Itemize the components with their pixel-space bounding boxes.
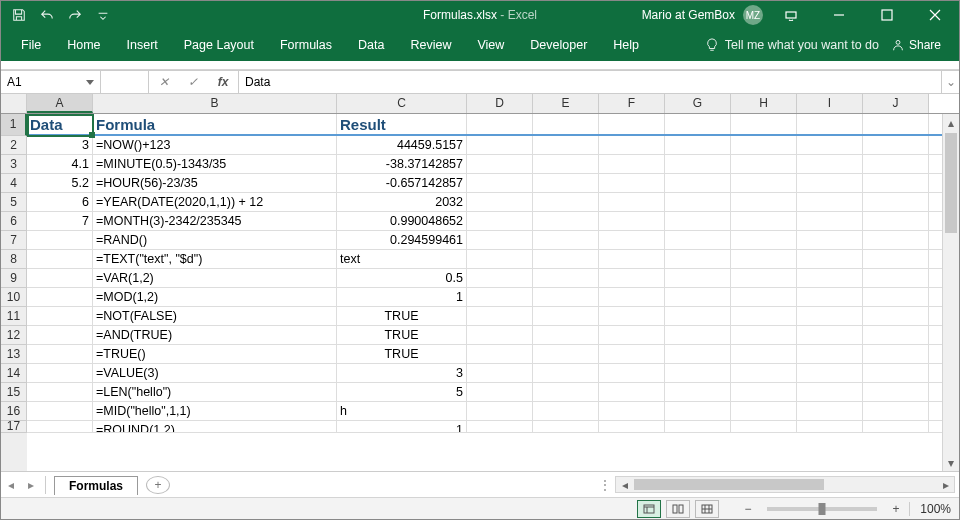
cell[interactable] [599, 136, 665, 154]
cell[interactable] [665, 250, 731, 268]
cell[interactable]: =ROUND(1,2) [93, 421, 337, 432]
cell[interactable] [599, 307, 665, 325]
cell[interactable]: -38.37142857 [337, 155, 467, 173]
cell[interactable] [599, 326, 665, 344]
row-header-3[interactable]: 3 [1, 155, 27, 174]
cell[interactable] [27, 383, 93, 401]
cell[interactable] [665, 421, 731, 432]
scroll-left-icon[interactable]: ◂ [616, 478, 633, 492]
cell[interactable]: =LEN("hello") [93, 383, 337, 401]
cell[interactable] [665, 307, 731, 325]
cancel-formula-icon[interactable]: ✕ [154, 75, 174, 89]
cell[interactable] [467, 269, 533, 287]
cell[interactable] [599, 288, 665, 306]
col-header-H[interactable]: H [731, 94, 797, 113]
cell[interactable] [665, 383, 731, 401]
cell[interactable] [797, 421, 863, 432]
cell[interactable]: =MID("hello",1,1) [93, 402, 337, 420]
cell[interactable]: Formula [93, 114, 337, 134]
cell[interactable] [863, 421, 929, 432]
select-all-corner[interactable] [1, 94, 27, 114]
cell[interactable] [27, 326, 93, 344]
tab-page-layout[interactable]: Page Layout [172, 32, 266, 58]
cell[interactable] [797, 174, 863, 192]
cell[interactable] [665, 212, 731, 230]
cell[interactable] [533, 114, 599, 134]
cell[interactable] [467, 402, 533, 420]
cell[interactable] [467, 114, 533, 134]
cell[interactable]: 44459.5157 [337, 136, 467, 154]
view-page-layout-icon[interactable] [666, 500, 690, 518]
cell[interactable]: 0.5 [337, 269, 467, 287]
cell[interactable]: 4.1 [27, 155, 93, 173]
cell[interactable] [731, 212, 797, 230]
tab-review[interactable]: Review [398, 32, 463, 58]
cell[interactable]: =MOD(1,2) [93, 288, 337, 306]
cell[interactable] [467, 212, 533, 230]
cell[interactable] [731, 421, 797, 432]
cell[interactable] [731, 402, 797, 420]
tab-developer[interactable]: Developer [518, 32, 599, 58]
cell[interactable] [665, 174, 731, 192]
col-header-A[interactable]: A [27, 94, 93, 113]
sheet-tab-formulas[interactable]: Formulas [54, 476, 138, 495]
sheet-nav-next-icon[interactable]: ▸ [21, 478, 41, 492]
cell[interactable] [467, 307, 533, 325]
cell[interactable] [665, 231, 731, 249]
cell[interactable] [27, 307, 93, 325]
cell[interactable] [533, 288, 599, 306]
cell[interactable] [731, 174, 797, 192]
row-header-10[interactable]: 10 [1, 288, 27, 307]
minimize-icon[interactable] [819, 1, 859, 29]
cell[interactable] [863, 383, 929, 401]
cell[interactable]: =MINUTE(0.5)-1343/35 [93, 155, 337, 173]
cell[interactable] [797, 193, 863, 211]
cell[interactable] [665, 193, 731, 211]
cell[interactable] [665, 326, 731, 344]
cell[interactable] [863, 402, 929, 420]
cell[interactable] [467, 174, 533, 192]
cell[interactable] [467, 155, 533, 173]
cell[interactable] [797, 136, 863, 154]
cell[interactable] [863, 174, 929, 192]
cell[interactable] [665, 345, 731, 363]
cell[interactable]: TRUE [337, 307, 467, 325]
cell[interactable] [27, 250, 93, 268]
cell[interactable] [665, 402, 731, 420]
cell[interactable] [731, 307, 797, 325]
cell[interactable]: 3 [337, 364, 467, 382]
cell[interactable] [467, 231, 533, 249]
cell[interactable] [599, 155, 665, 173]
cell[interactable] [863, 155, 929, 173]
cell[interactable] [863, 212, 929, 230]
cell[interactable] [797, 307, 863, 325]
cell[interactable]: 1 [337, 421, 467, 432]
row-header-15[interactable]: 15 [1, 383, 27, 402]
zoom-slider[interactable] [767, 507, 877, 511]
cell[interactable] [599, 174, 665, 192]
cell[interactable] [731, 250, 797, 268]
zoom-in-icon[interactable]: + [889, 502, 903, 516]
cell[interactable] [533, 421, 599, 432]
cell[interactable] [731, 326, 797, 344]
col-header-J[interactable]: J [863, 94, 929, 113]
cell[interactable] [467, 288, 533, 306]
row-header-12[interactable]: 12 [1, 326, 27, 345]
cell[interactable]: -0.657142857 [337, 174, 467, 192]
scroll-down-icon[interactable]: ▾ [943, 454, 959, 471]
cell[interactable] [533, 269, 599, 287]
cell[interactable] [599, 250, 665, 268]
name-box[interactable]: A1 [1, 71, 101, 93]
redo-icon[interactable] [63, 3, 87, 27]
cell[interactable]: 7 [27, 212, 93, 230]
row-header-8[interactable]: 8 [1, 250, 27, 269]
cell[interactable] [863, 231, 929, 249]
avatar[interactable]: MZ [743, 5, 763, 25]
cell[interactable] [467, 326, 533, 344]
cell[interactable] [27, 288, 93, 306]
col-header-F[interactable]: F [599, 94, 665, 113]
cell[interactable] [797, 155, 863, 173]
cell[interactable]: 2032 [337, 193, 467, 211]
cell[interactable] [863, 345, 929, 363]
cell[interactable] [533, 155, 599, 173]
